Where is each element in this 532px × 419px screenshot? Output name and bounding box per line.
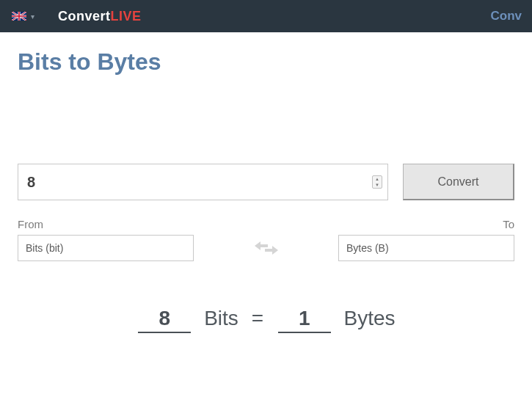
- stepper-up-icon: ▲: [375, 177, 379, 181]
- chevron-down-icon: ▾: [31, 12, 34, 21]
- result-to-unit: Bytes: [344, 307, 396, 329]
- topbar: ▾ ConvertLIVE Conv: [0, 0, 532, 32]
- page-title: Bits to Bytes: [18, 48, 514, 76]
- result-from-unit: Bits: [204, 307, 238, 329]
- logo-part1: Convert: [58, 9, 111, 23]
- value-input[interactable]: [18, 164, 388, 200]
- nav-link-convert[interactable]: Conv: [488, 9, 525, 23]
- stepper-down-icon: ▼: [375, 183, 379, 187]
- uk-flag-icon: [12, 12, 26, 21]
- logo-part2: LIVE: [111, 9, 142, 23]
- labels-row: From To: [18, 218, 514, 230]
- result-to-value: 1: [278, 307, 331, 333]
- swap-icon[interactable]: [252, 238, 281, 258]
- content: Bits to Bytes ▲ ▼ Convert From To Bits (…: [0, 32, 532, 333]
- language-selector[interactable]: ▾: [7, 9, 39, 23]
- result-from-value: 8: [138, 307, 191, 333]
- convert-button[interactable]: Convert: [403, 164, 514, 200]
- swap-area: [194, 238, 338, 258]
- number-stepper[interactable]: ▲ ▼: [372, 175, 382, 189]
- from-unit-display: Bits (bit): [26, 242, 63, 254]
- logo[interactable]: ConvertLIVE: [58, 9, 142, 24]
- number-input-wrap: ▲ ▼: [18, 164, 388, 200]
- to-unit-select[interactable]: Bytes (B): [338, 235, 514, 261]
- from-unit-select[interactable]: Bits (bit): [18, 235, 194, 261]
- input-row: ▲ ▼ Convert: [18, 164, 514, 200]
- result-equals: =: [252, 307, 263, 329]
- to-label: To: [503, 218, 514, 230]
- selects-row: Bits (bit) Bytes (B): [18, 235, 514, 261]
- to-unit-display: Bytes (B): [346, 242, 389, 254]
- from-label: From: [18, 218, 43, 230]
- result-row: 8 Bits = 1 Bytes: [18, 307, 514, 333]
